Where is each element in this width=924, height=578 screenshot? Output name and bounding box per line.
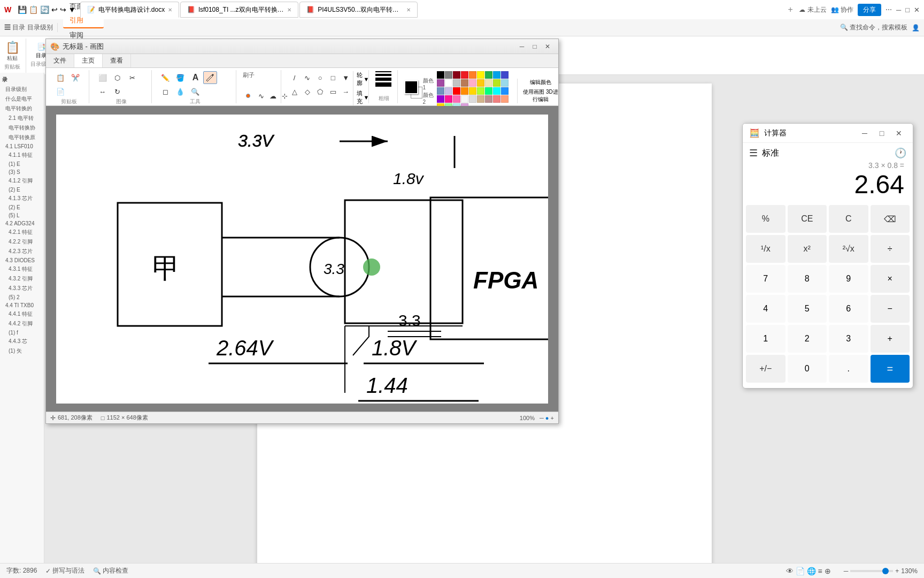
calc-history-btn[interactable]: 🕐 [895, 147, 906, 159]
calc-square[interactable]: x² [788, 235, 827, 263]
spell-check[interactable]: ✓ 拼写与语法 [45, 566, 84, 575]
color-swatch[interactable] [493, 71, 500, 79]
circle-shape[interactable]: ○ [313, 71, 327, 84]
thick-3[interactable] [375, 78, 391, 81]
color-swatch[interactable] [437, 79, 444, 87]
calc-7[interactable]: 7 [746, 265, 786, 293]
minimize-btn[interactable]: ─ [896, 6, 901, 14]
thick-2[interactable] [375, 74, 391, 76]
color-swatch[interactable] [437, 95, 444, 103]
read-view-btn[interactable]: 👁 [786, 567, 794, 575]
user-avatar[interactable]: 👤 [912, 24, 920, 32]
calc-6[interactable]: 6 [829, 295, 868, 323]
calc-percent[interactable]: % [746, 205, 786, 233]
color-swatch[interactable] [477, 95, 484, 103]
diamond-shape[interactable]: ◇ [301, 85, 314, 98]
color-swatch[interactable] [453, 71, 460, 79]
toc-item[interactable]: (1) f [1, 329, 43, 337]
color-swatch[interactable] [501, 71, 509, 79]
toc-item[interactable]: 录 [1, 75, 43, 85]
fill-dropdown[interactable]: 填充 ▼ [357, 89, 369, 105]
color-swatch[interactable] [445, 79, 452, 87]
curve-shape[interactable]: ∿ [301, 71, 314, 84]
paint-minimize-btn[interactable]: ─ [515, 41, 528, 52]
color-swatch[interactable] [461, 87, 468, 95]
color-swatch[interactable] [445, 71, 452, 79]
color-swatch[interactable] [453, 95, 460, 103]
color-swatch[interactable] [453, 79, 460, 87]
toc-item[interactable]: 4.2.1 特征 [1, 227, 43, 237]
color-swatch[interactable] [485, 87, 492, 95]
toc-item[interactable]: 4.1.1 特征 [1, 150, 43, 160]
calc-maximize-btn[interactable]: □ [874, 126, 889, 141]
calc-1[interactable]: 1 [746, 325, 786, 353]
tab-0[interactable]: 📝电平转换电路设计.docx✕ [80, 2, 180, 18]
color-swatch[interactable] [437, 87, 444, 95]
color-swatch[interactable] [445, 87, 452, 95]
color-swatch[interactable] [445, 95, 452, 103]
calc-3[interactable]: 3 [829, 325, 868, 353]
thick-4[interactable] [375, 82, 391, 87]
tab-1[interactable]: 📕lsf0108_TI ...z双向电平转换.pdf✕ [180, 2, 298, 18]
toc-item[interactable]: 4.4 TI TXB0 [1, 301, 43, 309]
picker-tool[interactable]: 💧 [173, 85, 187, 98]
paint-maximize-btn[interactable]: □ [528, 41, 541, 52]
toc-item[interactable]: (1) E [1, 160, 43, 168]
calc-plus[interactable]: + [871, 325, 910, 353]
pencil-tool[interactable]: ✏️ [158, 71, 172, 84]
web-view-btn[interactable]: 🌐 [807, 567, 816, 575]
color-swatch[interactable] [485, 79, 492, 87]
toc-item[interactable]: 电平转换原 [1, 133, 43, 142]
calc-decimal[interactable]: . [829, 355, 868, 383]
toc-item[interactable]: 4.3.1 特征 [1, 264, 43, 274]
calc-8[interactable]: 8 [788, 265, 827, 293]
focus-view-btn[interactable]: ⊕ [825, 567, 831, 575]
calc-minus[interactable]: − [871, 295, 910, 323]
paste-btn[interactable]: 📋 粘贴 [5, 41, 20, 62]
magnify-tool[interactable]: 🔍 [188, 85, 202, 98]
calc-minimize-btn[interactable]: ─ [857, 126, 872, 141]
toc-item[interactable]: 4.4.3 芯 [1, 337, 43, 346]
color-swatch[interactable] [501, 79, 509, 87]
toc-item[interactable]: 电平转换的 [1, 104, 43, 113]
calc-equals[interactable]: = [871, 355, 910, 383]
paint-canvas[interactable]: 3.3V 甲 3.3 [56, 115, 548, 404]
rotate-tool[interactable]: ↻ [111, 85, 125, 98]
search-btn[interactable]: 🔍 查找命令，搜索模板 [840, 23, 907, 32]
outline-dropdown[interactable]: 轮廓 ▼ [357, 71, 369, 87]
toc-item[interactable]: 4.4.1 特征 [1, 309, 43, 319]
toc-item[interactable]: (3) S [1, 168, 43, 176]
color-swatch[interactable] [461, 79, 468, 87]
color-swatch[interactable] [501, 95, 509, 103]
color-swatch[interactable] [437, 71, 444, 79]
toc-item[interactable]: 4.3 DIODES [1, 256, 43, 264]
print-view-btn[interactable]: 📄 [796, 567, 805, 575]
color-swatch[interactable] [493, 95, 500, 103]
rounded-rect[interactable]: ▭ [326, 85, 340, 98]
zoom-out-btn[interactable]: ─ [540, 415, 544, 421]
toc-item[interactable]: 目录级别 [1, 85, 43, 94]
paste-tool[interactable]: 📋 [53, 71, 67, 84]
color-swatch[interactable] [461, 71, 468, 79]
paint-tab-view[interactable]: 查看 [103, 54, 131, 67]
toc-item[interactable]: 4.2 ADG324 [1, 219, 43, 227]
level-toggle[interactable]: 目录级别 [27, 23, 53, 32]
toc-item[interactable]: (2) E [1, 186, 43, 194]
paint-tab-home[interactable]: 主页 [74, 54, 103, 67]
color-swatch[interactable] [501, 87, 509, 95]
zoom-in-btn[interactable]: + [895, 567, 899, 575]
zoom-in-btn[interactable]: + [551, 415, 554, 421]
toc-item[interactable]: 什么是电平 [1, 94, 43, 104]
triangle-shape[interactable]: △ [288, 85, 302, 98]
toc-item[interactable]: 2.1 电平转 [1, 113, 43, 123]
color-swatch[interactable] [493, 87, 500, 95]
calc-negate[interactable]: +/− [746, 355, 786, 383]
toc-item[interactable]: (1) 矢 [1, 346, 43, 356]
more-btn[interactable]: ⋯ [886, 6, 892, 13]
fill-tool[interactable]: 🪣 [173, 71, 187, 84]
use-3d-btn[interactable]: 使用画图 3D进行编辑 [522, 88, 559, 103]
color-swatch[interactable] [461, 95, 468, 103]
arrow-shape[interactable]: → [339, 85, 353, 98]
calc-2[interactable]: 2 [788, 325, 827, 353]
color-swatch[interactable] [469, 79, 476, 87]
